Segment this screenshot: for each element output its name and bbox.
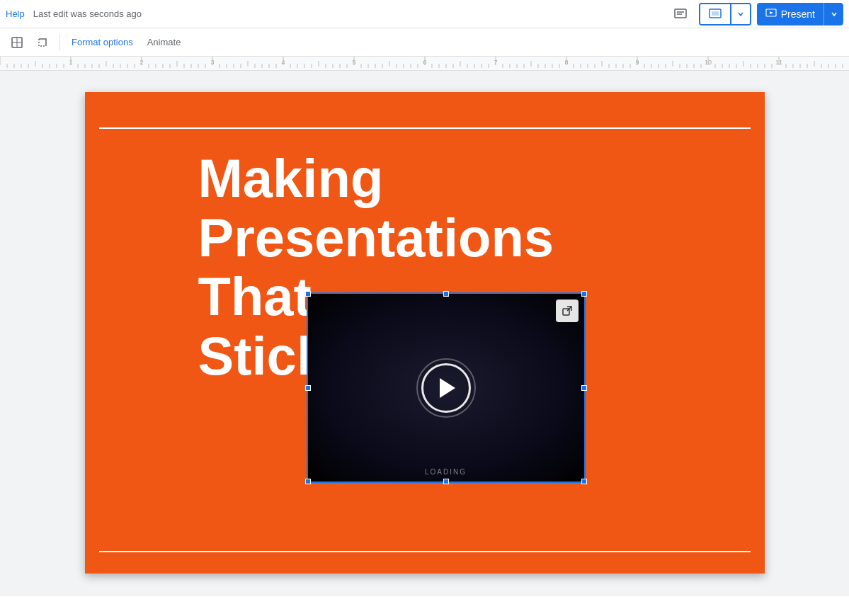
present-button-group: Present <box>757 3 843 25</box>
transform-icon <box>36 36 49 49</box>
comment-button[interactable] <box>668 1 693 27</box>
svg-rect-4 <box>712 11 719 16</box>
chevron-down-icon <box>737 11 744 18</box>
toolbar-divider <box>59 34 60 51</box>
slide: Making Presentations That Stick LOADING <box>85 92 765 574</box>
top-bar: Help Last edit was seconds ago <box>0 0 849 28</box>
chevron-down-icon-present <box>831 11 838 18</box>
present-dropdown-button[interactable] <box>824 3 843 25</box>
format-options-button[interactable]: Format options <box>66 31 139 54</box>
help-link[interactable]: Help <box>6 8 25 19</box>
present-main-button[interactable]: Present <box>757 3 824 25</box>
present-play-icon <box>765 8 777 20</box>
comment-icon <box>673 7 688 21</box>
play-triangle-icon <box>440 378 455 398</box>
slide-line-bottom <box>99 551 751 552</box>
top-bar-left: Help Last edit was seconds ago <box>6 8 142 19</box>
external-link-icon <box>562 305 573 316</box>
ruler-canvas <box>0 57 849 71</box>
external-link-button[interactable] <box>556 300 579 322</box>
animate-button[interactable]: Animate <box>142 31 187 54</box>
slide-line-top <box>99 127 751 129</box>
canvas-area: Making Presentations That Stick LOADING <box>0 71 849 595</box>
position-icon <box>11 36 23 49</box>
slideshow-main-button[interactable] <box>700 4 730 24</box>
svg-rect-0 <box>675 9 686 18</box>
ruler <box>0 57 849 71</box>
slideshow-dropdown-button[interactable] <box>730 4 750 24</box>
loading-text: LOADING <box>425 468 467 476</box>
bottom-bar <box>0 595 849 616</box>
svg-marker-6 <box>770 11 773 14</box>
play-button[interactable] <box>421 363 471 413</box>
video-element[interactable]: LOADING <box>308 294 584 481</box>
slideshow-button-group <box>699 3 751 25</box>
last-edit-status: Last edit was seconds ago <box>33 8 142 19</box>
top-bar-right: Present <box>668 1 843 27</box>
position-button[interactable] <box>6 31 28 54</box>
slideshow-icon <box>709 8 722 21</box>
transform-button[interactable] <box>31 31 54 54</box>
toolbar: Format options Animate <box>0 28 849 57</box>
video-inner: LOADING <box>308 294 584 481</box>
